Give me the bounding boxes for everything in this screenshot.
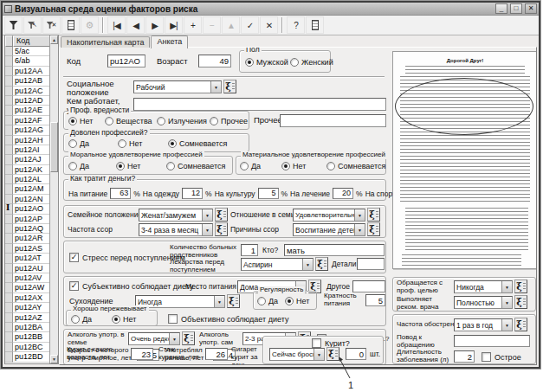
lookup-button[interactable]: ξ (514, 318, 527, 331)
marital-combo[interactable]: Женат/замужем▼ (139, 209, 213, 222)
radio-hazard-none[interactable]: Нет (68, 117, 93, 125)
details-field[interactable] (357, 258, 385, 270)
sidebar-row[interactable]: pu12AQ (5, 224, 49, 234)
scroll-up-icon[interactable]: ▲ (50, 35, 58, 44)
last-button[interactable]: ▶| (165, 16, 183, 34)
who-field[interactable]: мать (284, 244, 385, 256)
prof-visits-combo[interactable]: Никогда▼ (454, 280, 513, 293)
radio-chew-yes[interactable]: Да (71, 315, 92, 324)
sidebar-row[interactable]: 6/ab (5, 56, 49, 66)
radio-satisfied-yes[interactable]: Да (68, 139, 89, 148)
money-value-field[interactable]: 12 (182, 188, 203, 199)
lookup-button[interactable]: ξ (227, 294, 240, 308)
radio-material-doubts[interactable]: Сомневается (326, 162, 385, 170)
sidebar-row[interactable]: pu12AY (5, 303, 49, 312)
radio-female[interactable]: Женский (290, 58, 333, 67)
scrollbar-thumb[interactable] (50, 122, 58, 172)
dropdown-icon[interactable]: ▼ (169, 333, 179, 344)
dropdown-icon[interactable]: ▼ (501, 281, 512, 292)
dry-food-combo[interactable]: Иногда▼ (135, 295, 225, 308)
radio-hazard-radiation[interactable]: Излучения (157, 117, 207, 125)
sidebar-row[interactable]: pu12AH (5, 136, 49, 145)
radio-material-no[interactable]: Нет (281, 162, 306, 170)
insert-button[interactable]: + (184, 16, 202, 34)
sidebar-row[interactable]: pu12AR (5, 234, 49, 243)
prior-button[interactable]: ◀ (126, 16, 145, 34)
sidebar-row[interactable]: pu12AS (5, 244, 49, 254)
money-value-field[interactable]: 5 (258, 188, 279, 199)
sidebar-row[interactable]: pu12AA (5, 67, 49, 76)
money-value-field[interactable]: 20 (333, 188, 353, 199)
radio-regular-no[interactable]: Нет (285, 297, 309, 305)
social-combo[interactable]: Рабочий▼ (133, 80, 222, 93)
obj-diet-checkbox[interactable]: ✓Объективно соблюдает диету (168, 314, 288, 324)
sidebar-row[interactable]: pu12AP (5, 215, 49, 224)
lookup-button[interactable]: ξ (182, 331, 195, 345)
hazard-other-field[interactable] (280, 114, 386, 127)
sidebar-row[interactable]: pu12AN (5, 195, 49, 204)
post-button[interactable]: ✓ (241, 16, 259, 34)
money-value-field[interactable]: 63 (110, 188, 131, 199)
lookup-button[interactable]: ξ (367, 222, 380, 236)
next-button[interactable]: ▶ (145, 16, 164, 34)
subj-diet-checkbox[interactable]: ✓Субъективно соблюдает диету (69, 281, 194, 291)
tab-accumulative-card[interactable]: Накопительная карта (61, 36, 150, 48)
smoke-years-field[interactable]: 26 (205, 348, 228, 360)
lookup-button[interactable]: ξ (215, 222, 228, 236)
meals-field[interactable]: 5 (365, 294, 385, 306)
dropdown-icon[interactable]: ▼ (354, 224, 365, 235)
sidebar-row[interactable]: pu12AZ (5, 313, 49, 323)
lookup-button[interactable]: ξ (315, 257, 328, 271)
age-field[interactable]: 49 (198, 55, 231, 67)
minimize-button[interactable]: _ (495, 3, 507, 14)
notes-button[interactable] (61, 16, 80, 34)
filter-button[interactable] (4, 16, 23, 34)
radio-moral-no[interactable]: Нет (116, 162, 140, 170)
dropdown-icon[interactable]: ▼ (302, 259, 313, 270)
sidebar-row[interactable]: 5/ac (5, 47, 49, 56)
radio-regular-yes[interactable]: Да (257, 297, 278, 305)
stress-checkbox[interactable]: ✓Стресс перед поступлением (69, 253, 185, 262)
sidebar-row[interactable]: pu12AI (5, 145, 49, 155)
lookup-button[interactable]: ξ (223, 80, 236, 93)
other2-field[interactable] (352, 280, 385, 292)
questionnaire-preview[interactable]: Дорогой Друг! (392, 51, 537, 269)
sidebar-row[interactable]: pu12AX (5, 293, 49, 303)
sick-rel-field[interactable]: 1 (241, 244, 258, 256)
cancel-button[interactable]: ✕ (260, 16, 278, 34)
close-button[interactable]: ✕ (525, 3, 537, 14)
dropdown-icon[interactable]: ▼ (354, 209, 365, 221)
sidebar-row[interactable]: pu12AK (5, 165, 49, 175)
radio-hazard-other[interactable]: Прочее (210, 117, 248, 125)
radio-satisfied-doubts[interactable]: Сомневается (168, 139, 227, 148)
dropdown-icon[interactable]: ▼ (314, 349, 324, 360)
dropdown-icon[interactable]: ▼ (214, 296, 224, 307)
radio-material-yes[interactable]: Да (240, 162, 261, 170)
exacerb-combo[interactable]: 1 раз в год▼ (454, 318, 513, 331)
tab-questionnaire[interactable]: Анкета (151, 35, 188, 48)
radio-chew-no[interactable]: Нет (112, 315, 136, 324)
radio-hazard-substances[interactable]: Вещества (105, 117, 152, 125)
dropdown-icon[interactable]: ▼ (501, 319, 512, 331)
help-button[interactable]: ? (287, 16, 305, 34)
dropdown-icon[interactable]: ▼ (202, 209, 212, 221)
dropdown-icon[interactable]: ▼ (501, 297, 512, 308)
scroll-down-icon[interactable]: ▼ (50, 355, 58, 363)
sidebar-row[interactable]: pu12AM (5, 184, 49, 194)
lookup-button[interactable]: ξ (367, 208, 380, 222)
filter-clear-button[interactable] (42, 16, 61, 34)
sidebar-row[interactable]: pu12AC (5, 87, 49, 96)
sidebar-row[interactable]: pu12AB (5, 76, 49, 86)
dropdown-icon[interactable]: ▼ (202, 224, 212, 235)
meds-combo[interactable]: Аспирин▼ (241, 258, 314, 271)
quarrel-freq-combo[interactable]: 3-4 раза в месяц▼ (139, 223, 213, 236)
smoke-age-field[interactable]: 23 (131, 348, 153, 360)
sidebar-row[interactable]: pu12AV (5, 273, 49, 283)
sidebar-row[interactable]: pu12AT (5, 254, 49, 263)
sidebar-row[interactable]: pu12BC (5, 343, 49, 352)
lookup-button[interactable]: ξ (215, 208, 228, 222)
cig-day-combo[interactable]: Сейчас бросил▼ (269, 348, 325, 361)
maximize-button[interactable]: □ (510, 3, 522, 14)
sidebar-row[interactable]: pu12AJ (5, 155, 49, 164)
lookup-button[interactable]: ξ (514, 280, 527, 293)
